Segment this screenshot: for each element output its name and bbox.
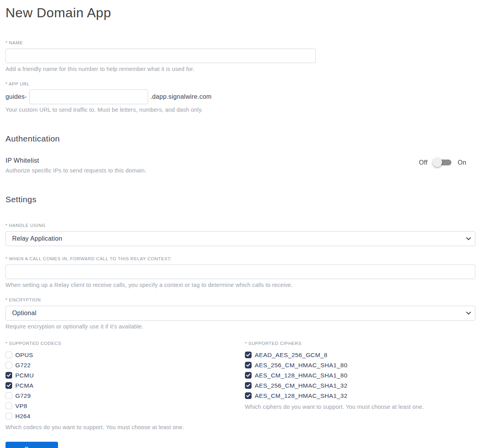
- relay-context-input[interactable]: [5, 265, 475, 279]
- toggle-off-label: Off: [419, 159, 428, 166]
- app-url-input[interactable]: [29, 89, 148, 104]
- supported-codecs-label: * SUPPORTED CODECS: [5, 341, 245, 346]
- toggle-on-label: On: [458, 159, 466, 166]
- checkbox[interactable]: [245, 352, 252, 358]
- checkbox-row[interactable]: AES_256_CM_HMAC_SHA1_80: [245, 360, 475, 370]
- checkbox-label: AES_256_CM_HMAC_SHA1_32: [255, 382, 348, 389]
- name-label: * NAME: [5, 40, 475, 45]
- relay-context-label: * WHEN A CALL COMES IN, FORWARD CALL TO …: [5, 256, 475, 261]
- handle-using-select[interactable]: Relay Application: [5, 231, 475, 246]
- checkmark-icon: [246, 363, 250, 367]
- checkbox[interactable]: [5, 362, 12, 368]
- checkmark-icon: [7, 374, 11, 377]
- ip-whitelist-helper-text: Authorize specific IPs to send requests …: [5, 167, 146, 174]
- app-url-label: * APP URL: [5, 82, 475, 86]
- checkbox-label: AES_CM_128_HMAC_SHA1_32: [255, 392, 348, 399]
- encryption-label: * ENCRYPTION: [5, 297, 475, 302]
- checkbox-label: AES_CM_128_HMAC_SHA1_80: [255, 372, 348, 379]
- checkbox-label: AES_256_CM_HMAC_SHA1_80: [255, 362, 348, 369]
- page-title: New Domain App: [5, 5, 475, 21]
- checkmark-icon: [246, 394, 250, 397]
- ciphers-helper-text: Which ciphers do you want to support. Yo…: [245, 404, 475, 410]
- checkbox[interactable]: [5, 413, 12, 419]
- checkbox-label: VP8: [15, 403, 27, 410]
- checkbox-label: G722: [15, 362, 31, 369]
- app-url-row: guides- .dapp.signalwire.com: [5, 89, 475, 104]
- checkbox-label: PCMU: [15, 372, 34, 379]
- app-url-prefix: guides-: [5, 93, 27, 100]
- chevron-down-icon: [466, 235, 471, 240]
- app-url-helper-text: Your custom URL to send traffic to. Must…: [5, 107, 475, 113]
- ip-whitelist-toggle-group: Off On: [419, 159, 466, 166]
- checkbox-label: G729: [15, 392, 31, 399]
- checkbox-row[interactable]: PCMU: [5, 370, 245, 381]
- checkbox-row[interactable]: AES_CM_128_HMAC_SHA1_32: [245, 391, 475, 401]
- encryption-selected-value: Optional: [12, 310, 36, 317]
- codecs-ciphers-columns: * SUPPORTED CODECS OPUS G722 PCMU: [5, 341, 475, 430]
- ip-whitelist-text: IP Whitelist Authorize specific IPs to s…: [5, 157, 146, 174]
- checkmark-icon: [246, 374, 250, 377]
- codecs-helper-text: Which codecs do you want to support. You…: [5, 424, 245, 430]
- checkbox-row[interactable]: G722: [5, 360, 245, 370]
- checkbox-label: PCMA: [15, 382, 33, 389]
- checkbox-label: AEAD_AES_256_GCM_8: [255, 352, 328, 359]
- ip-whitelist-label: IP Whitelist: [5, 157, 146, 164]
- toggle-thumb[interactable]: [433, 158, 442, 167]
- checkbox-row[interactable]: PCMA: [5, 381, 245, 391]
- checkbox-label: H264: [15, 413, 31, 420]
- checkbox-row[interactable]: G729: [5, 391, 245, 401]
- name-input[interactable]: [5, 49, 316, 63]
- checkbox[interactable]: [245, 392, 252, 399]
- app-url-suffix: .dapp.signalwire.com: [150, 93, 212, 100]
- encryption-select[interactable]: Optional: [5, 306, 475, 321]
- checkmark-icon: [7, 384, 11, 387]
- supported-ciphers-section: * SUPPORTED CIPHERS AEAD_AES_256_GCM_8 A…: [245, 341, 475, 430]
- settings-heading: Settings: [5, 195, 475, 204]
- checkmark-icon: [246, 353, 250, 357]
- name-helper-text: Add a friendly name for this number to h…: [5, 66, 475, 72]
- checkbox-row[interactable]: VP8: [5, 401, 245, 411]
- codecs-checkbox-list: OPUS G722 PCMU PCMA G729: [5, 350, 245, 421]
- relay-context-helper-text: When setting up a Relay client to receiv…: [5, 282, 475, 288]
- checkbox-row[interactable]: AES_256_CM_HMAC_SHA1_32: [245, 381, 475, 391]
- chevron-down-icon: [466, 310, 471, 315]
- checkbox[interactable]: [245, 372, 252, 379]
- save-button[interactable]: Save: [5, 442, 58, 448]
- checkbox-row[interactable]: OPUS: [5, 350, 245, 360]
- handle-using-label: * HANDLE USING: [5, 223, 475, 228]
- checkbox-row[interactable]: AEAD_AES_256_GCM_8: [245, 350, 475, 360]
- checkbox-row[interactable]: H264: [5, 411, 245, 421]
- ip-whitelist-row: IP Whitelist Authorize specific IPs to s…: [5, 157, 475, 174]
- checkbox[interactable]: [245, 382, 252, 389]
- supported-ciphers-label: * SUPPORTED CIPHERS: [245, 341, 475, 346]
- ciphers-checkbox-list: AEAD_AES_256_GCM_8 AES_256_CM_HMAC_SHA1_…: [245, 350, 475, 401]
- ip-whitelist-toggle[interactable]: [434, 160, 451, 165]
- supported-codecs-section: * SUPPORTED CODECS OPUS G722 PCMU: [5, 341, 245, 430]
- new-domain-app-form: New Domain App * NAME Add a friendly nam…: [0, 0, 482, 448]
- checkbox[interactable]: [5, 372, 12, 379]
- authentication-heading: Authentication: [5, 134, 475, 143]
- checkmark-icon: [246, 384, 250, 387]
- checkbox[interactable]: [5, 382, 12, 389]
- checkbox[interactable]: [5, 392, 12, 399]
- checkbox[interactable]: [5, 352, 12, 358]
- checkbox[interactable]: [5, 403, 12, 409]
- checkbox-row[interactable]: AES_CM_128_HMAC_SHA1_80: [245, 370, 475, 381]
- checkbox-label: OPUS: [15, 352, 33, 359]
- handle-using-selected-value: Relay Application: [12, 235, 62, 242]
- checkbox[interactable]: [245, 362, 252, 368]
- encryption-helper-text: Require encryption or optionally use it …: [5, 323, 475, 330]
